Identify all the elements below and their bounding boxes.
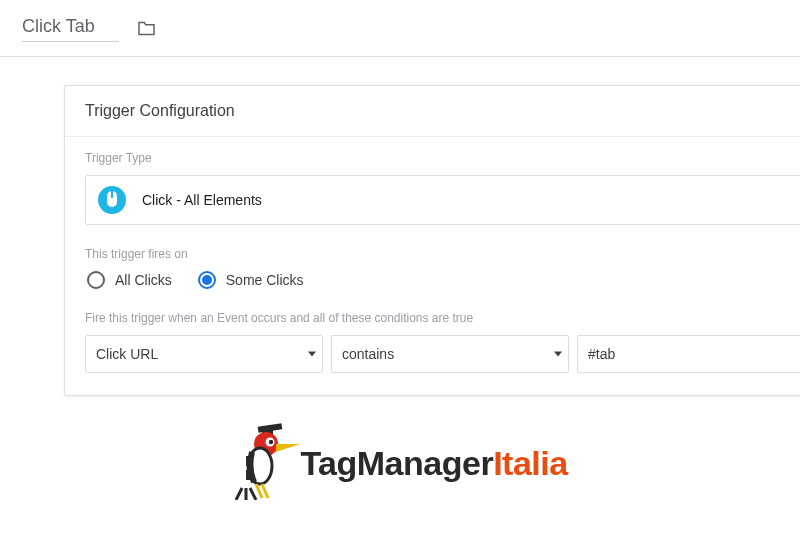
chevron-down-icon [554,352,562,357]
svg-line-11 [262,484,268,498]
fires-on-radio-group: All Clicks Some Clicks [85,271,800,289]
svg-rect-9 [246,470,251,480]
radio-icon [198,271,216,289]
trigger-type-value: Click - All Elements [142,192,262,208]
app-header: Click Tab [0,0,800,57]
input-value: #tab [588,346,615,362]
trigger-config-panel: Trigger Configuration Trigger Type Click… [64,85,800,396]
panel-title: Trigger Configuration [65,86,800,137]
trigger-name-input[interactable]: Click Tab [22,14,119,42]
radio-label: All Clicks [115,272,172,288]
svg-marker-6 [276,444,300,452]
svg-rect-8 [246,456,251,466]
trigger-type-label: Trigger Type [85,151,800,165]
logo-text: TagManagerItalia [300,444,567,483]
value-input[interactable]: #tab [577,335,800,373]
logo-text-2: Italia [493,444,567,482]
condition-label: Fire this trigger when an Event occurs a… [85,311,800,325]
radio-label: Some Clicks [226,272,304,288]
radio-all-clicks[interactable]: All Clicks [87,271,172,289]
brand-logo: TagManagerItalia [0,422,800,504]
radio-dot-icon [202,275,212,285]
radio-icon [87,271,105,289]
radio-some-clicks[interactable]: Some Clicks [198,271,304,289]
logo-text-1: TagManager [300,444,493,482]
click-icon [98,186,126,214]
chevron-down-icon [308,352,316,357]
fires-on-label: This trigger fires on [85,247,800,261]
folder-icon[interactable] [137,21,156,36]
select-value: contains [342,346,394,362]
svg-line-10 [256,484,262,498]
variable-select[interactable]: Click URL [85,335,323,373]
svg-point-5 [269,440,273,444]
svg-rect-0 [111,191,113,198]
trigger-type-selector[interactable]: Click - All Elements [85,175,800,225]
woodpecker-icon [232,422,300,504]
select-value: Click URL [96,346,158,362]
operator-select[interactable]: contains [331,335,569,373]
condition-row: Click URL contains #tab [85,335,800,373]
